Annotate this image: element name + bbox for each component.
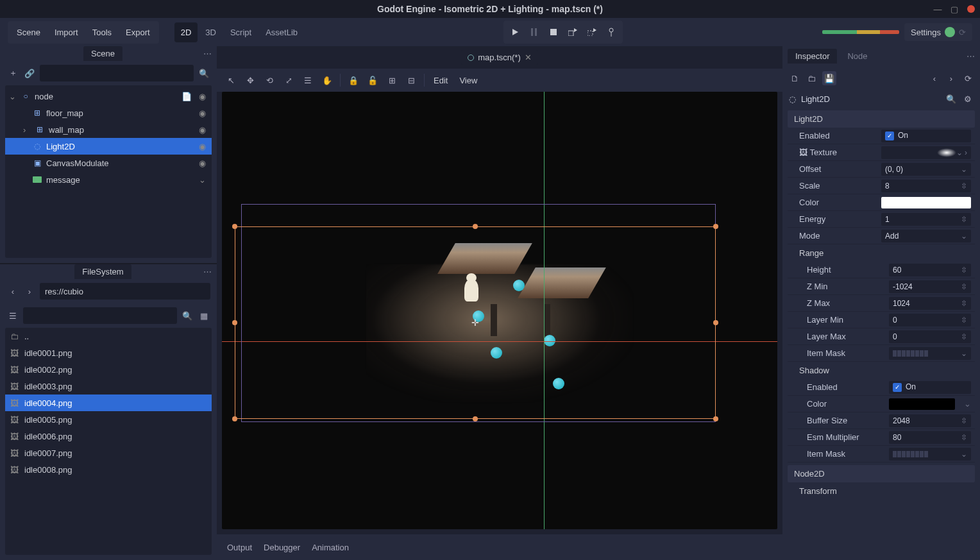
close-tab-icon[interactable]: ✕ <box>525 53 532 62</box>
bottom-tab-output[interactable]: Output <box>227 543 252 552</box>
script-icon[interactable]: 📄 <box>181 92 192 101</box>
unlock-icon[interactable]: 🔓 <box>366 74 379 87</box>
scene-tab[interactable]: map.tscn(*) ✕ <box>461 50 537 65</box>
list-select-icon[interactable]: ☰ <box>301 74 314 87</box>
fs-row[interactable]: 🖼idle0004.png <box>5 395 212 411</box>
canvas-view-menu[interactable]: View <box>457 76 480 85</box>
visibility-icon[interactable]: ⌄ <box>196 175 208 185</box>
section-light2d[interactable]: Light2D <box>788 110 975 128</box>
menu-scene[interactable]: Scene <box>10 24 47 41</box>
dock-options-icon[interactable]: ⋯ <box>203 49 212 58</box>
fs-list[interactable]: 🗀.. 🖼idle0001.png 🖼idle0002.png 🖼idle000… <box>5 328 212 555</box>
move-tool-icon[interactable]: ✥ <box>244 74 257 87</box>
fs-row[interactable]: 🖼idle0001.png <box>5 344 212 361</box>
settings-button[interactable]: Settings ⟳ <box>904 23 972 41</box>
history-icon[interactable]: ⟳ <box>962 74 974 83</box>
layer-mask[interactable] <box>893 451 928 457</box>
menu-tools[interactable]: Tools <box>86 24 118 41</box>
scene-tree[interactable]: ⌄ ○ node 📄 ◉ ⊞ floor_map ◉ › ⊞ wall_map <box>5 85 212 258</box>
new-resource-icon[interactable]: 🗋 <box>789 74 800 83</box>
history-fwd-icon[interactable]: › <box>945 74 957 83</box>
section-range[interactable]: Range <box>788 244 975 262</box>
instance-scene-button[interactable]: 🔗 <box>23 67 36 80</box>
node-label[interactable]: CanvasModulate <box>46 158 192 168</box>
expander-icon[interactable]: › <box>23 125 31 135</box>
tab-2d[interactable]: 2D <box>174 22 198 42</box>
fs-row[interactable]: 🖼idle0002.png <box>5 361 212 378</box>
viewport-2d[interactable]: ✛ <box>222 92 777 529</box>
gear-icon[interactable]: ⚙ <box>962 94 974 104</box>
origin-gizmo[interactable]: ✛ <box>471 318 479 328</box>
scene-filter-input[interactable] <box>40 65 194 81</box>
fs-tree-toggle[interactable]: ☰ <box>6 309 19 322</box>
fs-row[interactable]: 🖼idle0007.png <box>5 445 212 461</box>
ungroup-icon[interactable]: ⊟ <box>405 74 418 87</box>
dock-options-icon[interactable]: ⋯ <box>967 51 975 61</box>
fs-row-up[interactable]: 🗀.. <box>5 328 212 344</box>
tab-filesystem[interactable]: FileSystem <box>74 264 131 279</box>
node-label[interactable]: floor_map <box>46 108 192 118</box>
tab-script[interactable]: Script <box>224 22 258 42</box>
remote-debug-button[interactable] <box>602 23 620 41</box>
node-label[interactable]: Light2D <box>46 142 192 151</box>
pause-button[interactable] <box>525 23 543 41</box>
tab-inspector[interactable]: Inspector <box>788 49 837 64</box>
tree-row: ⊞ floor_map ◉ <box>5 105 212 121</box>
visibility-icon[interactable]: ◉ <box>196 142 208 151</box>
tab-scene-dock[interactable]: Scene <box>83 46 122 61</box>
expander-icon[interactable]: ⌄ <box>9 92 17 101</box>
stop-button[interactable] <box>545 23 562 41</box>
pan-tool-icon[interactable]: ✋ <box>321 74 334 87</box>
canvas-edit-menu[interactable]: Edit <box>431 76 450 85</box>
fs-grid-toggle[interactable]: ▦ <box>198 309 210 322</box>
section-transform[interactable]: Transform <box>788 482 975 500</box>
fs-name: .. <box>24 332 29 341</box>
add-node-button[interactable]: ＋ <box>6 67 19 80</box>
fs-row[interactable]: 🖼idle0005.png <box>5 411 212 428</box>
fs-filter-input[interactable] <box>23 307 177 324</box>
play-custom-scene-button[interactable] <box>583 23 601 41</box>
bottom-tab-animation[interactable]: Animation <box>312 543 349 552</box>
search-icon[interactable]: 🔍 <box>945 94 957 104</box>
section-shadow[interactable]: Shadow <box>788 362 975 379</box>
fs-row[interactable]: 🖼idle0008.png <box>5 461 212 478</box>
menu-export[interactable]: Export <box>119 24 156 41</box>
fs-forward-button[interactable]: › <box>23 285 36 298</box>
select-tool-icon[interactable]: ↖ <box>224 74 237 87</box>
fs-row[interactable]: 🖼idle0003.png <box>5 378 212 395</box>
scale-tool-icon[interactable]: ⤢ <box>282 74 295 87</box>
section-node2d[interactable]: Node2D <box>788 465 975 482</box>
layer-mask[interactable] <box>893 350 928 357</box>
fs-row[interactable]: 🖼idle0006.png <box>5 428 212 445</box>
fs-back-button[interactable]: ‹ <box>6 285 19 298</box>
close-button[interactable] <box>967 5 975 13</box>
node-label[interactable]: message <box>46 175 192 185</box>
fs-path[interactable]: res://cubio <box>40 283 210 300</box>
visibility-icon[interactable]: ◉ <box>196 108 208 118</box>
minimize-button[interactable]: — <box>934 5 942 13</box>
color-swatch[interactable] <box>889 398 955 410</box>
visibility-icon[interactable]: ◉ <box>196 158 208 168</box>
rotate-tool-icon[interactable]: ⟲ <box>263 74 276 87</box>
node-label[interactable]: node <box>35 92 177 101</box>
svg-rect-3 <box>568 31 573 36</box>
visibility-icon[interactable]: ◉ <box>196 125 208 135</box>
tab-assetlib[interactable]: AssetLib <box>259 22 304 42</box>
open-resource-icon[interactable]: 🗀 <box>806 74 817 83</box>
color-swatch[interactable] <box>881 197 971 208</box>
history-back-icon[interactable]: ‹ <box>929 74 940 83</box>
tab-node[interactable]: Node <box>840 49 875 64</box>
node-label[interactable]: wall_map <box>49 125 192 135</box>
bottom-tab-debugger[interactable]: Debugger <box>264 543 300 552</box>
maximize-button[interactable]: ▢ <box>950 5 958 13</box>
menu-import[interactable]: Import <box>48 24 85 41</box>
save-resource-icon[interactable]: 💾 <box>822 71 836 85</box>
group-icon[interactable]: ⊞ <box>385 74 398 87</box>
play-scene-button[interactable] <box>564 23 582 41</box>
lock-icon[interactable]: 🔒 <box>347 74 360 87</box>
play-button[interactable] <box>506 23 524 41</box>
tab-3d[interactable]: 3D <box>199 22 223 42</box>
visibility-icon[interactable]: ◉ <box>196 92 208 101</box>
inspector-properties[interactable]: Light2D Enabled✓On 🖼 Texture⌄ › Offset(0… <box>788 108 975 555</box>
dock-options-icon[interactable]: ⋯ <box>203 267 212 276</box>
